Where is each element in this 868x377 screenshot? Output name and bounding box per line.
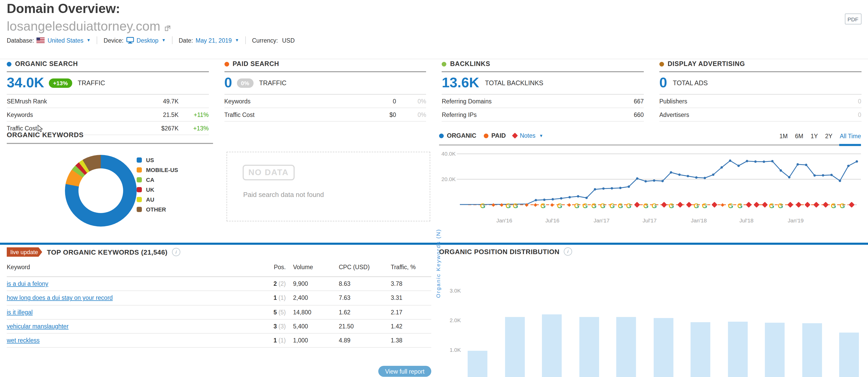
keyword-link[interactable]: wet reckless xyxy=(7,338,40,344)
position-previous: (3) xyxy=(279,323,286,329)
info-icon[interactable]: i xyxy=(172,247,181,257)
legend-label: OTHER xyxy=(146,206,166,213)
metric-value: 21.5K xyxy=(163,112,179,118)
legend-item: CA xyxy=(137,177,178,183)
metric-label: SEMrush Rank xyxy=(7,98,163,104)
paid-dot-icon xyxy=(224,62,229,66)
column-header-volume: Volume xyxy=(286,264,332,270)
metric-row: Keywords21.5K+11% xyxy=(7,108,209,122)
traffic-label: TRAFFIC xyxy=(78,79,105,87)
x-tick-label: Jul'18 xyxy=(739,217,753,223)
position-cell: 1 (1) xyxy=(255,338,286,344)
position-previous: (5) xyxy=(279,309,286,315)
bar xyxy=(728,321,747,377)
x-tick-label: Jul'16 xyxy=(545,217,559,223)
chevron-down-icon: ▼ xyxy=(539,133,543,138)
metric-panels: ORGANIC SEARCH 34.0K +13% TRAFFIC SEMrus… xyxy=(7,60,861,135)
panel-title: BACKLINKS xyxy=(450,60,490,68)
bar xyxy=(542,314,562,377)
filter-divider xyxy=(97,36,97,44)
top-organic-keywords-block: live update TOP ORGANIC KEYWORDS (21,546… xyxy=(7,247,431,377)
view-full-report-button[interactable]: View full report xyxy=(378,366,431,377)
legend-paid: PAID xyxy=(484,132,506,139)
range-tab-2y[interactable]: 2Y xyxy=(825,133,832,139)
metric-change: 0% xyxy=(396,112,426,118)
volume-cell: 1,000 xyxy=(286,338,332,344)
panel-title: ORGANIC SEARCH xyxy=(15,60,78,68)
keyword-link[interactable]: is it illegal xyxy=(7,309,33,315)
page-header: Domain Overview: losangelesduiattorney.c… xyxy=(0,0,868,59)
info-icon[interactable]: i xyxy=(563,247,572,256)
table-row: is it illegal5 (5)14,8001.622.17 xyxy=(7,305,431,320)
date-select[interactable]: May 21, 2019▼ xyxy=(196,37,239,43)
metric-value: 660 xyxy=(634,112,644,118)
table-row: how long does a dui stay on your record1… xyxy=(7,291,431,306)
legend-label: US xyxy=(146,157,154,163)
currency-label: Currency: xyxy=(252,37,278,43)
metric-value: $267K xyxy=(161,125,179,131)
legend-swatch-icon xyxy=(137,197,142,202)
keyword-link[interactable]: vehicular manslaughter xyxy=(7,323,69,329)
metric-row: Referring Domains667 xyxy=(442,95,644,108)
legend-swatch-icon xyxy=(137,167,142,172)
live-update-badge: live update xyxy=(7,247,42,257)
bar xyxy=(839,333,859,377)
range-tab-1y[interactable]: 1Y xyxy=(811,133,818,139)
volume-cell: 14,800 xyxy=(286,309,332,315)
legend-swatch-icon xyxy=(137,207,142,212)
domain-overview-page: Domain Overview: losangelesduiattorney.c… xyxy=(0,0,868,377)
position-current: 2 xyxy=(274,281,277,287)
paid-search-panel: PAID SEARCH 0 0% TRAFFIC Keywords00%Traf… xyxy=(224,60,426,135)
bar xyxy=(690,322,710,377)
bar xyxy=(802,323,822,377)
legend-item: AU xyxy=(137,196,178,203)
keyword-cell: wet reckless xyxy=(7,338,255,344)
range-tab-6m[interactable]: 6M xyxy=(795,133,803,139)
column-header-keyword: Keyword xyxy=(7,264,255,270)
metric-row: Referring IPs660 xyxy=(442,108,644,122)
cpc-cell: 4.89 xyxy=(332,338,383,344)
notes-dropdown[interactable]: Notes▼ xyxy=(513,132,543,139)
position-previous: (1) xyxy=(279,295,286,301)
panel-title: DISPLAY ADVERTISING xyxy=(668,60,745,68)
traffic-cell: 3.78 xyxy=(383,281,431,287)
backlinks-metrics: Referring Domains667Referring IPs660 xyxy=(442,95,644,122)
cpc-cell: 21.50 xyxy=(332,323,383,329)
volume-cell: 9,900 xyxy=(286,281,332,287)
metric-label: Referring IPs xyxy=(442,112,634,118)
legend-item: UK xyxy=(137,187,178,193)
traffic-cell: 1.42 xyxy=(383,323,431,329)
metric-change: 0% xyxy=(396,98,426,104)
keyword-link[interactable]: how long does a dui stay on your record xyxy=(7,295,113,301)
pdf-export-button[interactable]: PDF xyxy=(845,13,861,24)
desktop-icon xyxy=(126,37,134,44)
keyword-cell: is a dui a felony xyxy=(7,281,255,287)
external-link-icon[interactable] xyxy=(164,20,171,35)
active-range-underline xyxy=(839,144,861,146)
total-ads-label: TOTAL ADS xyxy=(673,79,708,87)
organic-traffic-value: 34.0K xyxy=(7,76,44,90)
donut-legend: USMOBILE-USCAUKAUOTHER xyxy=(137,157,178,213)
filter-divider xyxy=(245,36,246,44)
bar xyxy=(765,323,785,377)
range-tab-all-time[interactable]: All Time xyxy=(840,133,861,139)
device-select[interactable]: Desktop▼ xyxy=(137,37,166,43)
database-select[interactable]: United States▼ xyxy=(48,37,91,43)
keyword-link[interactable]: is a dui a felony xyxy=(7,281,48,287)
traffic-cell: 3.31 xyxy=(383,295,431,301)
metric-change: +13% xyxy=(179,125,209,131)
keyword-cell: vehicular manslaughter xyxy=(7,323,255,329)
metric-label: Traffic Cost xyxy=(224,112,390,118)
cpc-cell: 7.63 xyxy=(332,295,383,301)
currency-value: USD xyxy=(282,37,295,43)
position-cell: 5 (5) xyxy=(255,309,286,315)
range-tab-1m[interactable]: 1M xyxy=(779,133,788,139)
metric-label: Referring Domains xyxy=(442,98,634,104)
paid-traffic-value: 0 xyxy=(224,76,232,90)
legend-swatch-icon xyxy=(137,157,142,163)
keyword-cell: is it illegal xyxy=(7,309,255,315)
display-advertising-metrics: Publishers0Advertisers0 xyxy=(659,95,861,122)
position-current: 1 xyxy=(274,295,277,301)
top-keywords-title: TOP ORGANIC KEYWORDS (21,546) xyxy=(47,248,167,256)
paid-dot-icon xyxy=(484,133,488,138)
